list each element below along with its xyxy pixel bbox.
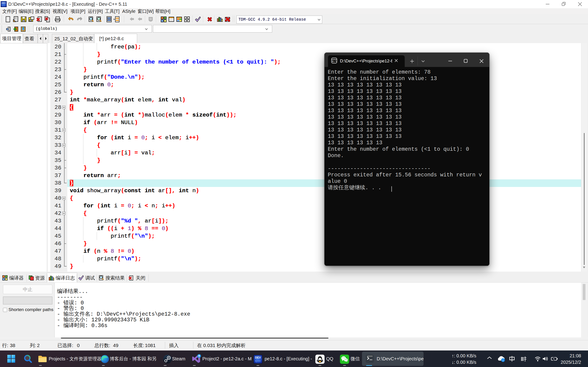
svg-text:DEV: DEV [2, 2, 6, 4]
svg-text:C:\: C:\ [332, 60, 337, 63]
svg-text:C++: C++ [2, 4, 6, 6]
